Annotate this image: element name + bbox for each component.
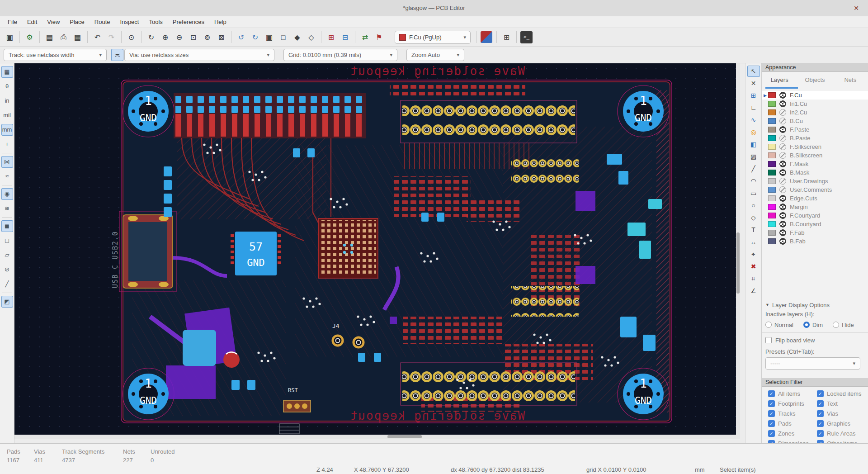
unlock-icon[interactable]: ◇ xyxy=(305,31,317,43)
rotate-cw-icon[interactable]: ↻ xyxy=(249,31,261,43)
visibility-eye-icon[interactable] xyxy=(779,178,786,185)
layer-color-swatch[interactable] xyxy=(768,187,776,193)
footprint-lock-icon[interactable]: ⊞ xyxy=(325,31,337,43)
units-mils-icon[interactable]: mil xyxy=(1,109,13,121)
layer-row-margin[interactable]: Margin xyxy=(762,203,868,211)
layer-color-swatch[interactable] xyxy=(768,109,776,115)
place-via-icon[interactable]: ◎ xyxy=(747,127,760,138)
page-settings-icon[interactable]: ▤ xyxy=(43,31,56,43)
checkbox-icon[interactable]: ✓ xyxy=(817,410,824,417)
filter-footprints[interactable]: ✓Footprints xyxy=(768,400,817,407)
polar-coords-icon[interactable]: θ xyxy=(1,81,13,92)
undo-icon[interactable]: ↶ xyxy=(91,31,104,43)
menu-view[interactable]: View xyxy=(42,16,65,28)
redo-icon[interactable]: ↷ xyxy=(105,31,118,43)
zoom-in-icon[interactable]: ⊕ xyxy=(159,31,171,43)
layer-row-edgecuts[interactable]: Edge.Cuts xyxy=(762,194,868,203)
layer-color-swatch[interactable] xyxy=(768,178,776,184)
filter-vias[interactable]: ✓Vias xyxy=(817,410,866,417)
zone-outline-icon[interactable]: ◻ xyxy=(1,235,13,246)
visibility-eye-icon[interactable] xyxy=(779,126,786,133)
visibility-eye-icon[interactable] xyxy=(779,161,786,167)
zoom-fit-icon[interactable]: ⊡ xyxy=(187,31,199,43)
layer-color-swatch[interactable] xyxy=(768,152,776,158)
layer-display-options-header[interactable]: ▼ Layer Display Options xyxy=(765,300,868,310)
checkbox-icon[interactable]: ✓ xyxy=(768,420,775,427)
units-inches-icon[interactable]: in xyxy=(1,95,13,107)
visibility-eye-icon[interactable] xyxy=(779,152,786,159)
layer-color-swatch[interactable] xyxy=(768,230,776,236)
filter-rule-areas[interactable]: ✓Rule Areas xyxy=(817,430,866,437)
save-icon[interactable]: ▣ xyxy=(4,31,16,43)
filter-locked-items[interactable]: ✓Locked items xyxy=(817,390,866,397)
tracks-sketch-icon[interactable]: ╱ xyxy=(1,278,13,290)
filter-all-items[interactable]: ✓All items xyxy=(768,390,817,397)
drc-icon[interactable]: ⚑ xyxy=(373,31,385,43)
draw-circle-icon[interactable]: ○ xyxy=(747,200,760,211)
visibility-eye-icon[interactable] xyxy=(779,109,786,116)
presets-dropdown[interactable]: ----- ▾ xyxy=(765,357,860,370)
menu-edit[interactable]: Edit xyxy=(22,16,42,28)
menu-preferences[interactable]: Preferences xyxy=(168,16,209,28)
high-contrast-icon[interactable]: ◩ xyxy=(1,296,13,308)
print-icon[interactable]: ⎙ xyxy=(57,31,70,43)
layer-row-bcu[interactable]: B.Cu xyxy=(762,117,868,125)
layer-row-bsilk[interactable]: B.Silkscreen xyxy=(762,151,868,160)
visibility-eye-icon[interactable] xyxy=(779,238,786,245)
curved-ratsnest-icon[interactable]: ≈ xyxy=(1,171,13,182)
draw-polygon-icon[interactable]: ◇ xyxy=(747,212,760,223)
checkbox-icon[interactable]: ✓ xyxy=(817,390,824,397)
layer-row-fcu[interactable]: ▶F.Cu xyxy=(762,91,868,100)
scrollbar-handle[interactable] xyxy=(736,232,740,294)
checkbox-icon[interactable]: ✓ xyxy=(768,410,775,417)
layer-row-fsilk[interactable]: F.Silkscreen xyxy=(762,142,868,151)
via-size-dropdown[interactable]: Via: use netclass sizes ▾ xyxy=(124,49,274,61)
checkbox-icon[interactable] xyxy=(765,337,772,343)
close-icon[interactable]: ✕ xyxy=(851,0,862,16)
plot-icon[interactable]: ▦ xyxy=(71,31,84,43)
collapse-arrow-icon[interactable]: ▼ xyxy=(765,303,769,307)
layer-row-ffab[interactable]: F.Fab xyxy=(762,228,868,237)
checkbox-icon[interactable]: ✓ xyxy=(768,390,775,397)
grid-dropdown[interactable]: Grid: 0.0100 mm (0.39 mils) ▾ xyxy=(283,49,397,61)
toggle-grid-icon[interactable]: ▦ xyxy=(1,66,13,78)
layer-pair-icon[interactable] xyxy=(481,31,492,43)
layer-row-fmask[interactable]: F.Mask xyxy=(762,160,868,168)
filter-pads[interactable]: ✓Pads xyxy=(768,420,817,427)
layer-row-userdrawings[interactable]: User.Drawings xyxy=(762,177,868,185)
draw-arc-icon[interactable]: ◠ xyxy=(747,175,760,187)
menu-file[interactable]: File xyxy=(3,16,22,28)
layer-color-swatch[interactable] xyxy=(768,101,776,107)
add-rule-area-icon[interactable]: ▨ xyxy=(747,151,760,162)
group-icon[interactable]: ▣ xyxy=(263,31,275,43)
place-origin-icon[interactable]: ⌖ xyxy=(747,249,760,260)
lock-icon[interactable]: ◆ xyxy=(291,31,303,43)
checkbox-icon[interactable]: ✓ xyxy=(768,430,775,437)
grid-origin-icon[interactable]: ⌗ xyxy=(747,273,760,284)
menu-inspect[interactable]: Inspect xyxy=(115,16,144,28)
visibility-eye-icon[interactable] xyxy=(779,118,786,124)
menu-place[interactable]: Place xyxy=(65,16,90,28)
filter-zones[interactable]: ✓Zones xyxy=(768,430,817,437)
layer-row-bmask[interactable]: B.Mask xyxy=(762,168,868,177)
cursor-shape-icon[interactable]: + xyxy=(1,138,13,150)
canvas-horizontal-scrollbar[interactable] xyxy=(14,435,740,439)
checkbox-icon[interactable]: ✓ xyxy=(817,420,824,427)
visibility-eye-icon[interactable] xyxy=(779,143,786,150)
route-tracks-icon[interactable]: ∟ xyxy=(747,102,760,114)
visibility-eye-icon[interactable] xyxy=(779,169,786,176)
layer-color-swatch[interactable] xyxy=(768,170,776,175)
show-ratsnest-icon[interactable]: ⋈ xyxy=(1,156,13,168)
layer-color-swatch[interactable] xyxy=(768,221,776,227)
active-layer-dropdown[interactable]: F.Cu (PgUp) ▾ xyxy=(395,31,471,44)
visibility-eye-icon[interactable] xyxy=(779,221,786,228)
tab-layers[interactable]: Layers xyxy=(762,76,797,83)
find-icon[interactable]: ⊙ xyxy=(125,31,137,43)
menu-route[interactable]: Route xyxy=(90,16,115,28)
layer-color-swatch[interactable] xyxy=(768,118,776,124)
add-zone-icon[interactable]: ◧ xyxy=(747,139,760,150)
radio-dim[interactable]: Dim xyxy=(803,322,823,328)
layer-row-bpaste[interactable]: B.Paste xyxy=(762,134,868,142)
visibility-eye-icon[interactable] xyxy=(779,186,786,193)
zoom-selection-icon[interactable]: ⊠ xyxy=(215,31,227,43)
